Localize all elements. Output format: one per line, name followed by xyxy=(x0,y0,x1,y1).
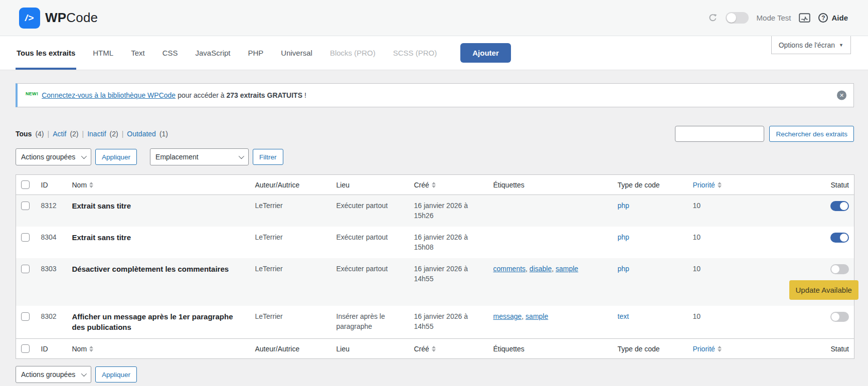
question-mark-icon: ? xyxy=(818,13,828,23)
tag-link[interactable]: sample xyxy=(526,312,548,320)
location-filter-select-control[interactable]: Emplacement xyxy=(150,149,248,165)
status-toggle[interactable] xyxy=(830,201,849,211)
tag-link[interactable]: comments xyxy=(493,265,526,273)
select-all-checkbox[interactable] xyxy=(21,344,30,353)
select-row-checkbox[interactable] xyxy=(21,202,30,210)
sort-arrows-icon xyxy=(89,346,93,352)
tag-link[interactable]: message xyxy=(493,312,522,320)
close-icon[interactable]: ✕ xyxy=(837,91,846,100)
table-row: 8312 Extrait sans titre LeTerrier Exécut… xyxy=(16,195,854,227)
view-tous[interactable]: Tous xyxy=(16,130,32,138)
toggle-knob xyxy=(727,13,736,23)
tab-universal[interactable]: Universal xyxy=(280,36,313,70)
snippet-name-link[interactable]: Afficher un message après le 1er paragra… xyxy=(72,312,245,332)
snippet-name-link[interactable]: Extrait sans titre xyxy=(72,233,131,243)
notice-text: pour accéder à xyxy=(178,91,224,99)
code-type-link[interactable]: php xyxy=(618,202,629,210)
sort-by-created[interactable]: Créé xyxy=(414,181,436,189)
toggle-knob xyxy=(831,265,839,273)
bulk-actions-select-control[interactable]: Actions groupées xyxy=(16,149,91,165)
view-outdated-count: (1) xyxy=(159,130,168,138)
refresh-icon[interactable] xyxy=(708,13,718,23)
view-outdated[interactable]: Outdated xyxy=(127,130,156,138)
view-inactif[interactable]: Inactif xyxy=(87,130,106,138)
help-label: Aide xyxy=(831,14,848,22)
search-input[interactable] xyxy=(675,126,764,142)
tab-tous-les-extraits[interactable]: Tous les extraits xyxy=(16,36,76,70)
status-toggle[interactable] xyxy=(830,264,849,274)
tab-text[interactable]: Text xyxy=(130,36,146,70)
code-type-link[interactable]: text xyxy=(618,312,629,320)
code-type-link[interactable]: php xyxy=(618,265,629,273)
status-filter-links: Tous (4) | Actif (2) | Inactif (2) | Out… xyxy=(16,130,168,138)
snippet-created: 16 janvier 2026 à 15h26 xyxy=(409,195,488,227)
column-code-type: Type de code xyxy=(613,339,688,359)
screen-options-label: Options de l'écran xyxy=(779,41,835,49)
column-id: ID xyxy=(36,175,67,195)
tab-blocks-pro[interactable]: Blocks (PRO) xyxy=(329,36,377,70)
snippet-tags xyxy=(488,195,613,227)
wpcode-logo: /> WPCode xyxy=(19,8,98,29)
apply-button[interactable]: Appliquer xyxy=(95,366,137,382)
select-row-checkbox[interactable] xyxy=(21,265,30,273)
snippet-id: 8302 xyxy=(36,306,67,338)
apply-button[interactable]: Appliquer xyxy=(95,149,137,165)
sort-arrows-icon xyxy=(89,182,93,188)
code-type-link[interactable]: php xyxy=(618,233,629,241)
snippet-author: LeTerrier xyxy=(250,306,331,338)
select-row-checkbox[interactable] xyxy=(21,312,30,321)
library-connect-link[interactable]: Connectez-vous à la bibliothèque WPCode xyxy=(42,91,176,99)
test-mode-toggle[interactable] xyxy=(726,12,749,24)
sort-by-name[interactable]: Nom xyxy=(72,181,94,189)
toggle-knob xyxy=(840,202,848,210)
help-button[interactable]: ? Aide xyxy=(818,13,848,23)
sort-by-priority[interactable]: Priorité xyxy=(693,181,722,189)
view-tous-count: (4) xyxy=(35,130,44,138)
sort-by-name[interactable]: Nom xyxy=(72,345,94,353)
monitor-icon[interactable] xyxy=(799,13,810,23)
view-inactif-count: (2) xyxy=(110,130,118,138)
snippet-name-link[interactable]: Extrait sans titre xyxy=(72,201,131,211)
library-notice: NEW! Connectez-vous à la bibliothèque WP… xyxy=(16,83,854,107)
snippet-name-link[interactable]: Désactiver complètement les commentaires xyxy=(72,264,229,274)
snippet-id: 8312 xyxy=(36,195,67,227)
table-header-row: ID Nom Auteur/Autrice Lieu Créé Étiquett… xyxy=(16,175,854,195)
status-toggle[interactable] xyxy=(830,233,849,243)
add-snippet-button[interactable]: Ajouter xyxy=(460,43,511,63)
tab-css[interactable]: CSS xyxy=(161,36,179,70)
location-filter-select[interactable]: Emplacement xyxy=(150,148,249,165)
tab-javascript[interactable]: JavaScript xyxy=(194,36,231,70)
tab-scss-pro[interactable]: SCSS (PRO) xyxy=(392,36,438,70)
snippet-created: 16 janvier 2026 à 15h08 xyxy=(409,227,488,258)
view-actif[interactable]: Actif xyxy=(53,130,66,138)
bulk-actions-select[interactable]: Actions groupées xyxy=(16,366,91,383)
tab-php[interactable]: PHP xyxy=(247,36,265,70)
tag-link[interactable]: sample xyxy=(556,265,578,273)
tag-separator: , xyxy=(552,265,556,273)
snippet-author: LeTerrier xyxy=(250,195,331,227)
snippet-location: Exécuter partout xyxy=(331,195,409,227)
update-available-button[interactable]: Update Available xyxy=(789,280,858,300)
bulk-actions-select[interactable]: Actions groupées xyxy=(16,148,91,165)
snippet-priority: 10 xyxy=(688,195,784,227)
brand-name: WPCode xyxy=(45,10,98,26)
table-row: 8302 Afficher un message après le 1er pa… xyxy=(16,306,854,338)
sort-by-priority[interactable]: Priorité xyxy=(693,345,722,353)
filter-button[interactable]: Filtrer xyxy=(253,149,283,165)
sort-arrows-icon xyxy=(718,182,722,188)
status-toggle[interactable] xyxy=(830,312,849,322)
tab-html[interactable]: HTML xyxy=(92,36,114,70)
screen-options-button[interactable]: Options de l'écran ▼ xyxy=(771,36,851,54)
table-row: 8303 Désactiver complètement les comment… xyxy=(16,258,854,306)
search-snippets-button[interactable]: Rechercher des extraits xyxy=(769,126,854,142)
column-id: ID xyxy=(36,339,67,359)
bulk-actions-select-control[interactable]: Actions groupées xyxy=(16,366,91,382)
tag-separator: , xyxy=(522,312,526,320)
snippet-author: LeTerrier xyxy=(250,227,331,258)
select-all-checkbox[interactable] xyxy=(21,180,30,189)
column-location: Lieu xyxy=(331,339,409,359)
select-row-checkbox[interactable] xyxy=(21,233,30,242)
sort-by-created[interactable]: Créé xyxy=(414,345,436,353)
snippet-created: 16 janvier 2026 à 14h55 xyxy=(409,258,488,306)
tag-link[interactable]: disable xyxy=(530,265,552,273)
